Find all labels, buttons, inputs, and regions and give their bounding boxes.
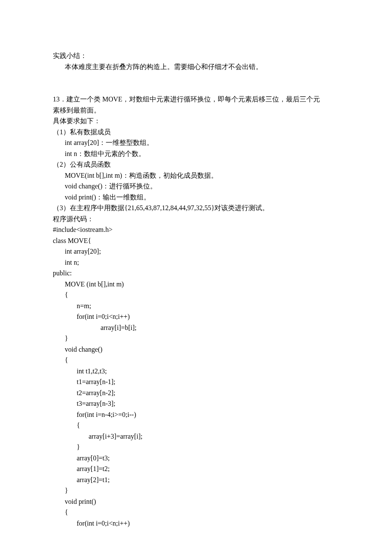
code-line: public: bbox=[53, 268, 339, 279]
code-line: } bbox=[53, 333, 339, 344]
problem-statement-line2: 素移到最前面。 bbox=[53, 105, 339, 116]
blank-line bbox=[53, 72, 339, 83]
code-line: MOVE (int b[],int m) bbox=[53, 279, 339, 290]
code-line: { bbox=[53, 420, 339, 431]
bullet-item: MOVE(int b[],int m)：构造函数，初始化成员数据。 bbox=[53, 170, 339, 181]
code-line: for(int i=0;i<n;i++) bbox=[53, 311, 339, 322]
section-private-members: （1）私有数据成员 bbox=[53, 127, 339, 138]
problem-statement-line1: 13．建立一个类 MOVE，对数组中元素进行循环换位，即每个元素后移三位，最后三… bbox=[53, 94, 339, 105]
code-line: } bbox=[53, 485, 339, 496]
document-page: 实践小结： 本体难度主要在折叠方阵的构造上。需要细心和仔细才不会出错。 13．建… bbox=[0, 0, 392, 555]
code-line: t2=array[n-2]; bbox=[53, 387, 339, 399]
code-line: #include<iostream.h> bbox=[53, 224, 339, 235]
code-line: t3=array[n-3]; bbox=[53, 398, 339, 409]
code-line: array[i+3]=array[i]; bbox=[53, 431, 339, 442]
requirements-heading: 具体要求如下： bbox=[53, 116, 339, 127]
code-line: } bbox=[53, 442, 339, 453]
bullet-text: void change()：进行循环换位。 bbox=[65, 182, 157, 190]
bullet-text: int n：数组中元素的个数。 bbox=[65, 150, 145, 157]
source-code-heading: 程序源代码： bbox=[53, 214, 339, 225]
code-line: for(int i=0;i<n;i++) bbox=[53, 518, 339, 529]
summary-heading: 实践小结： bbox=[53, 50, 339, 61]
bullet-item: void print()：输出一维数组。 bbox=[53, 192, 339, 203]
code-line: array[2]=t1; bbox=[53, 474, 339, 486]
code-line: void print() bbox=[53, 496, 339, 507]
bullet-text: void print()：输出一维数组。 bbox=[65, 194, 150, 201]
section-test-data: （3）在主程序中用数据{21,65,43,87,12,84,44,97,32,5… bbox=[53, 202, 339, 214]
code-line: n=m; bbox=[53, 301, 339, 312]
code-line: int array[20]; bbox=[53, 246, 339, 257]
blank-line bbox=[53, 83, 339, 94]
code-line: int t1,t2,t3; bbox=[53, 366, 339, 377]
code-line: class MOVE{ bbox=[53, 235, 339, 246]
code-line: { bbox=[53, 507, 339, 518]
section-public-functions: （2）公有成员函数 bbox=[53, 159, 339, 170]
code-line: array[0]=t3; bbox=[53, 453, 339, 464]
bullet-item: void change()：进行循环换位。 bbox=[53, 181, 339, 192]
bullet-text: MOVE(int b[],int m)：构造函数，初始化成员数据。 bbox=[65, 172, 218, 179]
code-line: t1=array[n-1]; bbox=[53, 376, 339, 387]
bullet-item: int array[20]：一维整型数组。 bbox=[53, 137, 339, 148]
code-line: void change() bbox=[53, 344, 339, 355]
summary-body: 本体难度主要在折叠方阵的构造上。需要细心和仔细才不会出错。 bbox=[53, 61, 339, 72]
bullet-text: int array[20]：一维整型数组。 bbox=[65, 139, 153, 146]
code-line: for(int i=n-4;i>=0;i--) bbox=[53, 409, 339, 420]
code-line: { bbox=[53, 289, 339, 301]
bullet-item: int n：数组中元素的个数。 bbox=[53, 148, 339, 159]
code-line: { bbox=[53, 355, 339, 366]
code-line: array[i]=b[i]; bbox=[53, 322, 339, 333]
code-line: array[1]=t2; bbox=[53, 463, 339, 474]
code-line: int n; bbox=[53, 257, 339, 268]
